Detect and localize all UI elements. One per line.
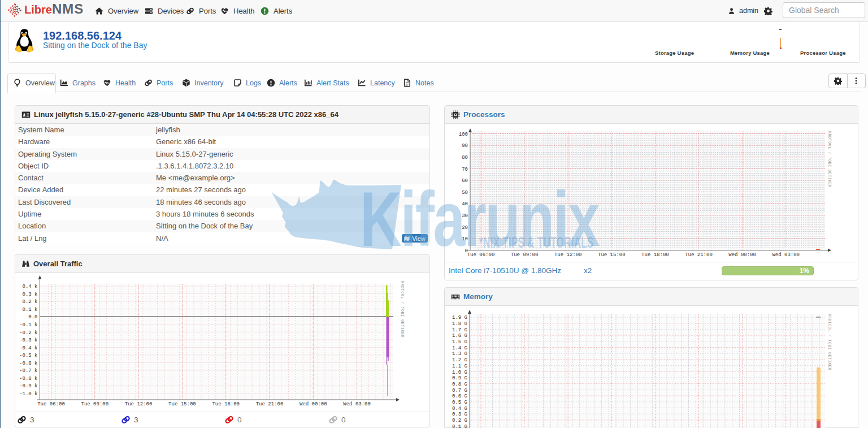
svg-text:0.1 G: 0.1 G (452, 424, 467, 428)
svg-text:Tue 21:00: Tue 21:00 (685, 252, 713, 258)
svg-text:1.7 G: 1.7 G (452, 327, 467, 333)
svg-text:0.5 G: 0.5 G (452, 400, 467, 405)
svg-text:Tue 15:00: Tue 15:00 (168, 401, 196, 407)
svg-text:-1.0 k: -1.0 k (19, 391, 37, 397)
svg-text:1.2 G: 1.2 G (452, 357, 467, 363)
svg-text:Tue 21:00: Tue 21:00 (256, 401, 284, 407)
svg-text:0.2 G: 0.2 G (452, 418, 467, 423)
svg-text:1.3 G: 1.3 G (452, 351, 467, 357)
svg-text:-0.6 k: -0.6 k (19, 361, 37, 366)
svg-text:0.9 G: 0.9 G (452, 375, 467, 381)
svg-text:-0.5 k: -0.5 k (19, 353, 37, 358)
svg-text:-0.7 k: -0.7 k (19, 368, 37, 374)
svg-text:RRDTOOL / TOBI OETIKER: RRDTOOL / TOBI OETIKER (400, 281, 405, 338)
svg-text:-0.9 k: -0.9 k (19, 383, 37, 389)
svg-text:1.1 G: 1.1 G (452, 364, 467, 369)
svg-text:0.0: 0.0 (28, 314, 37, 320)
svg-text:Tue 09:00: Tue 09:00 (81, 401, 108, 407)
svg-text:RRDTOOL / TOBI OETIKER: RRDTOOL / TOBI OETIKER (827, 314, 832, 370)
svg-text:Tue 12:00: Tue 12:00 (125, 401, 153, 407)
svg-text:0.3 k: 0.3 k (22, 292, 37, 297)
svg-text:Wed 03:00: Wed 03:00 (343, 401, 371, 407)
svg-text:1.0 G: 1.0 G (452, 370, 467, 375)
svg-text:-0.4 k: -0.4 k (19, 345, 37, 351)
svg-text:0.4 k: 0.4 k (22, 284, 37, 289)
svg-text:0.3 G: 0.3 G (452, 412, 467, 417)
svg-text:0.8 G: 0.8 G (452, 382, 467, 387)
svg-text:Tue 18:00: Tue 18:00 (641, 252, 669, 258)
svg-text:0.6 G: 0.6 G (452, 394, 467, 399)
svg-text:0.1 k: 0.1 k (22, 307, 37, 313)
svg-text:1.6 G: 1.6 G (452, 333, 467, 339)
svg-text:-0.1 k: -0.1 k (19, 322, 37, 328)
svg-text:Tue 06:00: Tue 06:00 (37, 401, 65, 407)
svg-text:-0.8 k: -0.8 k (19, 376, 37, 382)
svg-text:0.4 G: 0.4 G (452, 406, 467, 412)
svg-text:1.9 G: 1.9 G (452, 315, 467, 321)
svg-text:1.4 G: 1.4 G (452, 345, 467, 351)
svg-text:1.8 G: 1.8 G (452, 321, 467, 327)
svg-text:Tue 18:00: Tue 18:00 (212, 401, 240, 407)
svg-text:1.5 G: 1.5 G (452, 339, 467, 345)
svg-text:RRDTOOL / TOBI OETIKER: RRDTOOL / TOBI OETIKER (827, 131, 832, 188)
svg-text:Wed 00:00: Wed 00:00 (728, 252, 756, 258)
svg-text:Wed 00:00: Wed 00:00 (300, 401, 327, 407)
svg-text:70: 70 (462, 167, 468, 172)
svg-text:80: 80 (462, 155, 468, 161)
svg-text:100: 100 (459, 132, 468, 137)
svg-text:*NIX TIPS & TUTORIALS: *NIX TIPS & TUTORIALS (479, 234, 594, 251)
svg-text:0.2 k: 0.2 k (22, 299, 37, 305)
svg-text:-0.3 k: -0.3 k (19, 338, 37, 343)
svg-text:0.7 G: 0.7 G (452, 388, 467, 394)
svg-text:90: 90 (462, 143, 468, 149)
svg-text:Wed 03:00: Wed 03:00 (772, 252, 800, 258)
svg-text:-0.2 k: -0.2 k (19, 330, 37, 336)
